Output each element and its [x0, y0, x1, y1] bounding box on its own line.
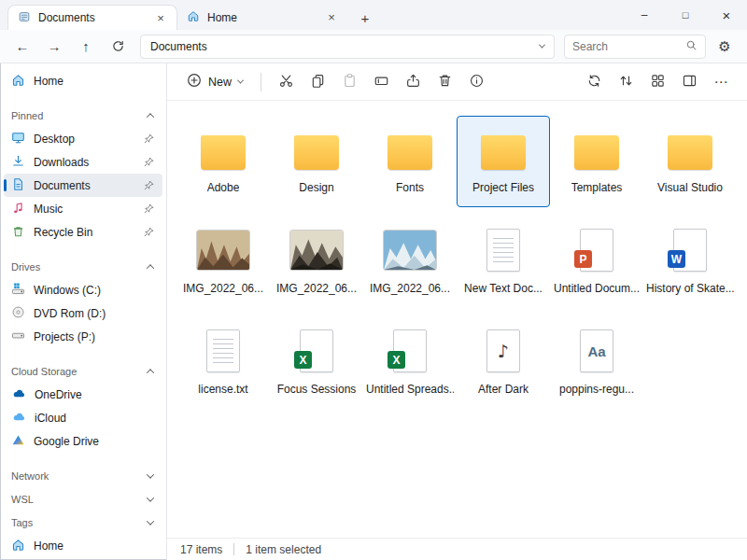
sidebar-section-network[interactable]: Network [4, 464, 162, 487]
file-item[interactable]: XFocus Sessions [270, 317, 363, 409]
rename-button[interactable] [366, 68, 396, 96]
search-placeholder: Search [572, 40, 608, 53]
file-item[interactable]: license.txt [176, 317, 270, 409]
folder-icon [481, 135, 526, 170]
file-item[interactable]: Project Files [457, 116, 550, 207]
file-icon: ♪ [486, 324, 520, 378]
file-item[interactable]: Adobe [176, 116, 270, 207]
search-input[interactable]: Search [564, 35, 706, 59]
file-name: IMG_2022_06... [183, 282, 263, 295]
tab-close-icon[interactable]: × [152, 9, 169, 26]
view-button[interactable] [642, 68, 672, 96]
chevron-down-icon [147, 517, 154, 525]
tab-close-icon[interactable]: × [323, 9, 340, 26]
up-button[interactable]: ↑ [73, 34, 99, 60]
google-drive-icon [11, 433, 25, 450]
file-item[interactable]: Templates [550, 116, 643, 207]
pin-icon[interactable] [143, 226, 155, 238]
file-name: IMG_2022_06... [370, 282, 450, 295]
sidebar-item-home-bottom[interactable]: Home [4, 534, 162, 557]
home-icon [11, 73, 25, 90]
forward-button[interactable]: → [41, 34, 67, 60]
sidebar-item-google-drive[interactable]: Google Drive [4, 429, 162, 453]
file-item[interactable]: WHistory of Skate... [643, 217, 737, 308]
more-options-button[interactable]: ⋯ [706, 68, 736, 96]
file-item[interactable]: Fonts [363, 116, 457, 207]
sidebar-section-drives[interactable]: Drives [4, 255, 162, 278]
sidebar-item-label: Desktop [34, 133, 134, 146]
titlebar: Documents × Home × + – □ × [0, 0, 747, 30]
share-button[interactable] [398, 68, 428, 96]
delete-button[interactable] [430, 68, 459, 96]
sidebar-item-label: Music [34, 203, 134, 216]
chevron-up-icon [147, 369, 154, 376]
address-bar[interactable]: Documents [140, 35, 555, 59]
file-item[interactable]: XUntitled Spreads... [363, 317, 457, 409]
pin-icon[interactable] [143, 156, 155, 168]
folder-contents: AdobeDesignFontsProject FilesTemplatesVi… [167, 101, 747, 538]
file-item[interactable]: Visual Studio [643, 116, 737, 207]
sidebar-item-onedrive[interactable]: OneDrive [4, 383, 162, 406]
sidebar-item-dvd-d[interactable]: DVD Rom (D:) [4, 301, 162, 325]
file-name: Visual Studio [657, 181, 723, 194]
file-item[interactable]: Aapoppins-regu... [550, 317, 643, 409]
file-item[interactable]: IMG_2022_06... [363, 217, 457, 308]
file-item[interactable]: IMG_2022_06... [176, 217, 270, 308]
photo-thumbnail-icon [383, 230, 437, 271]
file-icon [486, 223, 520, 277]
tab-home[interactable]: Home × [177, 5, 347, 30]
sidebar-item-documents[interactable]: Documents [4, 174, 162, 197]
refresh-button[interactable] [105, 34, 131, 60]
file-item[interactable]: PUntitled Docum... [550, 217, 643, 308]
file-item[interactable]: New Text Doc... [457, 217, 550, 308]
chevron-down-icon [147, 494, 154, 501]
pin-icon[interactable] [143, 133, 155, 145]
settings-button[interactable]: ⚙ [712, 34, 738, 60]
desktop-icon [11, 131, 25, 147]
back-button[interactable]: ← [9, 34, 35, 60]
file-icon [289, 223, 344, 277]
pin-icon[interactable] [143, 179, 155, 191]
sidebar-item-windows-c[interactable]: Windows (C:) [4, 278, 162, 301]
pin-icon[interactable] [143, 203, 155, 215]
music-icon [11, 201, 25, 217]
sidebar-item-downloads[interactable]: Downloads [4, 150, 162, 174]
tab-documents[interactable]: Documents × [7, 5, 177, 30]
sidebar-item-home[interactable]: Home [4, 69, 162, 92]
chevron-down-icon[interactable] [539, 42, 545, 49]
documents-icon [11, 177, 25, 194]
new-tab-button[interactable]: + [353, 6, 377, 30]
sidebar-section-wsl[interactable]: WSL [4, 487, 162, 511]
delete-icon [437, 73, 453, 91]
minimize-button[interactable]: – [624, 0, 665, 30]
sidebar-item-icloud[interactable]: iCloud [4, 406, 162, 429]
sidebar-section-tags[interactable]: Tags [4, 511, 162, 534]
paste-button[interactable] [334, 68, 364, 96]
sort-button[interactable] [611, 68, 641, 96]
new-button[interactable]: New [178, 68, 251, 96]
file-item[interactable]: ♪After Dark [457, 317, 550, 409]
search-icon [685, 39, 698, 54]
section-label: Network [11, 470, 148, 482]
file-item[interactable]: IMG_2022_06... [270, 217, 363, 308]
copy-button[interactable] [303, 68, 332, 96]
file-icon [206, 324, 240, 378]
tab-strip: Documents × Home × + [0, 5, 377, 30]
sidebar-section-pinned[interactable]: Pinned [4, 104, 162, 127]
close-button[interactable]: × [706, 0, 747, 30]
details-pane-button[interactable] [674, 68, 704, 96]
sidebar-item-projects-p[interactable]: Projects (P:) [4, 325, 162, 348]
sidebar-item-recycle-bin[interactable]: Recycle Bin [4, 220, 162, 244]
sidebar-item-label: Recycle Bin [34, 226, 134, 239]
file-name: Design [299, 181, 333, 194]
maximize-button[interactable]: □ [665, 0, 706, 30]
file-item[interactable]: Design [270, 116, 363, 207]
sidebar-item-music[interactable]: Music [4, 197, 162, 220]
sidebar-item-label: OneDrive [35, 388, 155, 401]
sync-button[interactable] [579, 68, 609, 96]
info-button[interactable] [461, 68, 491, 96]
sidebar-section-cloud-storage[interactable]: Cloud Storage [4, 359, 162, 383]
cut-button[interactable] [271, 68, 301, 96]
file-name: Focus Sessions [277, 383, 357, 396]
sidebar-item-desktop[interactable]: Desktop [4, 127, 162, 150]
